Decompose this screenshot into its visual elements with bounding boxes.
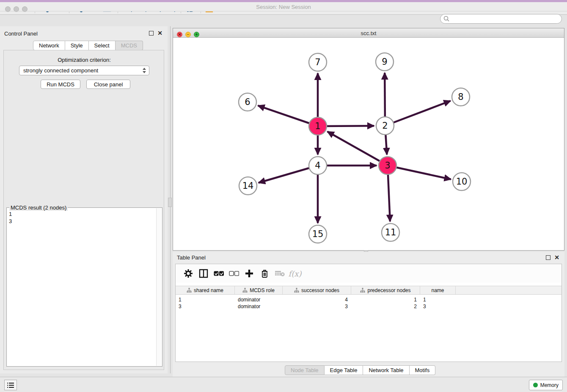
float-panel-icon[interactable] [546,255,550,260]
delete-column-button[interactable] [257,266,272,281]
search-input[interactable] [450,15,561,23]
table-panel-title: Table Panel [177,254,206,261]
table-row[interactable]: 1 dominator 4 1 1 [176,296,561,303]
column-label: MCDS role [250,287,275,293]
graph-node-label: 1 [315,121,320,131]
graph-node-7[interactable]: 7 [309,53,327,71]
tab-motifs[interactable]: Motifs [410,365,436,375]
graph-node-2[interactable]: 2 [376,117,394,135]
network-canvas[interactable]: 1234678910111415 [173,38,564,250]
task-history-button[interactable] [4,380,17,390]
tab-node-table[interactable]: Node Table [285,365,325,375]
close-panel-icon[interactable]: ✕ [157,30,162,36]
column-header-mcds-role[interactable]: MCDS role [235,286,283,294]
table-header-row: shared name MCDS role successor nodes pr… [176,286,561,295]
column-header-predecessor-nodes[interactable]: predecessor nodes [351,286,420,294]
graph-node-label: 10 [456,177,468,187]
cell-successor-nodes[interactable]: 4 [283,296,351,303]
tab-network-table[interactable]: Network Table [363,365,409,375]
cell-name[interactable]: 1 [420,296,456,303]
session-title: Session: New Session [0,4,567,10]
memory-label: Memory [540,382,559,388]
column-header-shared-name[interactable]: shared name [176,286,235,294]
graph-node-4[interactable]: 4 [309,157,327,174]
close-panel-button[interactable]: Close panel [86,80,130,89]
mcds-result-title: MCDS result (2 nodes) [9,204,68,211]
cell-predecessor-nodes[interactable]: 1 [351,296,420,303]
close-panel-icon[interactable]: ✕ [554,254,559,261]
table-toolbar: f(x) [176,264,561,283]
graph-node-6[interactable]: 6 [239,93,256,111]
float-panel-icon[interactable] [149,31,154,36]
tab-mcds[interactable]: MCDS [116,41,143,50]
graph-node-9[interactable]: 9 [376,53,394,71]
mcds-result-item: 1 [9,210,12,218]
graph-node-label: 4 [315,160,320,171]
column-label: successor nodes [301,287,339,293]
delete-table-icon [275,270,285,277]
fx-icon: f(x) [289,269,302,278]
cell-shared-name[interactable]: 1 [176,296,235,303]
column-layout-button[interactable] [196,266,211,281]
graph-edge-3-10[interactable] [388,166,451,179]
cell-successor-nodes[interactable]: 3 [283,303,351,310]
table-settings-button[interactable] [181,266,196,281]
search-box[interactable] [440,14,562,24]
graph-node-label: 7 [315,57,320,67]
gear-icon [184,269,193,278]
tab-select[interactable]: Select [89,41,116,50]
network-window-titlebar[interactable]: ✕−+ scc.txt [173,28,564,38]
tab-network[interactable]: Network [33,41,65,50]
criterion-dropdown[interactable]: strongly connected component [19,66,149,75]
cell-mcds-role[interactable]: dominator [235,296,283,303]
mcds-result-item: 3 [9,218,12,225]
cell-name[interactable]: 3 [420,303,456,310]
tab-edge-table[interactable]: Edge Table [325,365,363,375]
status-bar: Memory [0,377,567,392]
cell-mcds-role[interactable]: dominator [235,303,283,310]
graph-node-label: 8 [458,92,463,102]
vertical-splitter[interactable] [168,26,173,373]
mcds-result-list: 1 3 [9,210,12,225]
memory-button[interactable]: Memory [529,380,563,390]
table-row[interactable]: 3 dominator 3 2 3 [176,303,561,310]
column-type-icon [187,288,192,293]
graph-edge-1-6[interactable] [258,105,318,126]
column-label: predecessor nodes [367,287,410,293]
column-type-icon [360,288,365,293]
graph-edge-3-1[interactable] [328,132,388,166]
table-panel: Table Panel ✕ [173,252,564,377]
graph-node-3[interactable]: 3 [379,157,396,174]
column-type-icon [294,288,299,293]
run-mcds-button[interactable]: Run MCDS [41,80,80,89]
result-scrollbar[interactable] [156,208,162,366]
graph-node-8[interactable]: 8 [452,88,470,106]
control-panel-title: Control Panel [4,30,38,37]
graph-node-1[interactable]: 1 [309,117,327,135]
columns-icon [199,269,208,278]
graph-node-10[interactable]: 10 [453,173,471,190]
network-window-title: scc.txt [173,30,564,36]
column-header-successor-nodes[interactable]: successor nodes [283,286,351,294]
unchecked-boxes-icon [229,271,239,276]
column-type-icon [242,288,248,293]
graph-edge-2-8[interactable] [385,101,451,126]
graph-node-14[interactable]: 14 [239,177,257,195]
deselect-all-rows-button[interactable] [226,266,242,281]
graph-node-label: 2 [382,121,388,131]
cell-predecessor-nodes[interactable]: 2 [351,303,420,310]
graph-node-11[interactable]: 11 [382,224,399,241]
column-header-name[interactable]: name [420,286,456,294]
splitter-handle[interactable] [168,198,172,207]
cell-shared-name[interactable]: 3 [176,303,235,310]
graph-node-15[interactable]: 15 [309,225,327,243]
plus-icon [245,269,253,278]
select-all-rows-button[interactable] [211,266,226,281]
optimization-criterion-label: Optimization criterion: [4,57,165,63]
function-builder-button: f(x) [287,266,303,281]
tab-style[interactable]: Style [65,41,89,50]
application-window: Session: New Session [0,0,567,392]
add-column-button[interactable] [242,266,257,281]
mcds-panel-content: Optimization criterion: strongly connect… [3,50,164,370]
graph-node-label: 15 [312,229,324,239]
